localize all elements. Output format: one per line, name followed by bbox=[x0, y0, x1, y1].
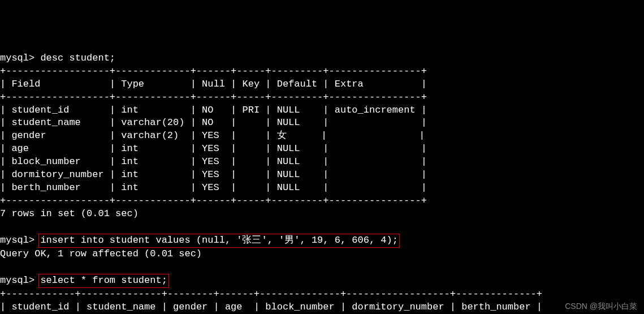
cell: NULL bbox=[277, 117, 300, 128]
col: gender bbox=[173, 302, 208, 312]
col-type: Type bbox=[121, 79, 144, 89]
col-default: Default bbox=[277, 79, 317, 89]
table-border: +------------------+-------------+------… bbox=[0, 195, 427, 206]
col: block_number bbox=[265, 302, 334, 312]
cell: YES bbox=[202, 156, 219, 167]
table-border: +------------------+-------------+------… bbox=[0, 92, 427, 102]
col: berth_number bbox=[461, 302, 530, 312]
table-header-row: | student_id | student_name | gender | a… bbox=[0, 302, 542, 312]
cell: NULL bbox=[277, 143, 300, 154]
col: student_name bbox=[87, 302, 155, 312]
cell: NO bbox=[202, 117, 213, 128]
cell: student_id bbox=[11, 105, 69, 115]
cell: int bbox=[121, 156, 139, 167]
mysql-prompt: mysql> bbox=[0, 235, 34, 246]
mysql-prompt: mysql> bbox=[0, 275, 34, 286]
cell: student_name bbox=[11, 117, 80, 128]
cell: int bbox=[121, 169, 139, 180]
table-row: | berth_number | int | YES | | NULL | | bbox=[0, 182, 427, 193]
table-row: | gender | varchar(2) | YES | | 女 | | bbox=[0, 130, 425, 141]
cell: PRI bbox=[243, 105, 260, 115]
table-border: +------------------+-------------+------… bbox=[0, 66, 427, 76]
command-desc[interactable]: desc student; bbox=[40, 53, 115, 63]
table-row: | age | int | YES | | NULL | | bbox=[0, 143, 427, 154]
cell: block_number bbox=[11, 156, 80, 167]
cell: berth_number bbox=[11, 182, 80, 193]
cell: dormitory_number bbox=[11, 169, 103, 180]
cell: NULL bbox=[277, 156, 300, 167]
table-row: | student_id | int | NO | PRI | NULL | a… bbox=[0, 105, 427, 115]
cell: NULL bbox=[277, 182, 300, 193]
cell: auto_increment bbox=[335, 105, 416, 115]
cell: NULL bbox=[277, 169, 300, 180]
command-select[interactable]: select * from student; bbox=[38, 274, 168, 288]
table-header-row: | Field | Type | Null | Key | Default | … bbox=[0, 79, 427, 89]
cell: varchar(20) bbox=[121, 117, 184, 128]
table-border: +------------+--------------+--------+--… bbox=[0, 289, 542, 299]
col-extra: Extra bbox=[335, 79, 364, 89]
col: student_id bbox=[11, 302, 69, 312]
watermark: CSDN @我叫小白菜 bbox=[565, 301, 637, 312]
cell: NULL bbox=[277, 105, 300, 115]
cell: gender bbox=[11, 130, 46, 141]
result-footer: 7 rows in set (0.01 sec) bbox=[0, 208, 139, 219]
table-row: | block_number | int | YES | | NULL | | bbox=[0, 156, 427, 167]
col-field: Field bbox=[11, 79, 40, 89]
cell: int bbox=[121, 143, 139, 154]
table-row: | dormitory_number | int | YES | | NULL … bbox=[0, 169, 427, 180]
insert-result: Query OK, 1 row affected (0.01 sec) bbox=[0, 248, 202, 259]
command-insert[interactable]: insert into student values (null, '张三', … bbox=[38, 234, 400, 248]
cell: NO bbox=[202, 105, 213, 115]
cell: YES bbox=[202, 130, 219, 141]
table-row: | student_name | varchar(20) | NO | | NU… bbox=[0, 117, 427, 128]
cell: YES bbox=[202, 182, 219, 193]
cell: YES bbox=[202, 143, 219, 154]
cell: YES bbox=[202, 169, 219, 180]
cell: age bbox=[11, 143, 29, 154]
col: age bbox=[225, 302, 243, 312]
col-key: Key bbox=[243, 79, 260, 89]
col-null: Null bbox=[202, 79, 225, 89]
cell: int bbox=[121, 105, 139, 115]
cell: int bbox=[121, 182, 139, 193]
col: dormitory_number bbox=[352, 302, 444, 312]
cell: varchar(2) bbox=[121, 130, 179, 141]
mysql-prompt: mysql> bbox=[0, 53, 34, 63]
terminal-output: mysql> desc student; +------------------… bbox=[0, 52, 644, 314]
cell: 女 bbox=[277, 130, 287, 141]
